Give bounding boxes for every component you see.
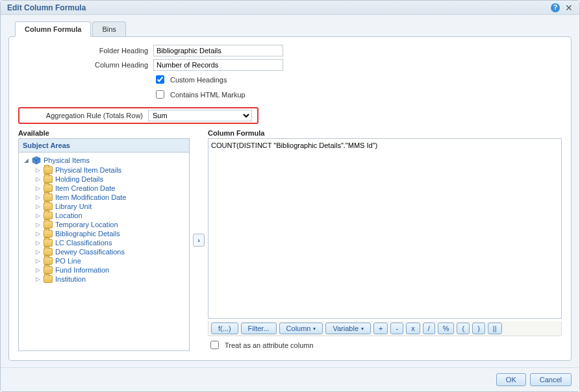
tree-label: Temporary Location: [55, 221, 118, 228]
lparen-button[interactable]: (: [457, 323, 470, 334]
ok-button[interactable]: OK: [496, 373, 526, 386]
column-button[interactable]: Column▾: [279, 323, 323, 334]
percent-button[interactable]: %: [438, 323, 455, 334]
tree-item[interactable]: ▷Library Unit: [34, 202, 188, 211]
panes: Available Subject Areas ◢ Physical Item: [18, 129, 562, 351]
tabs: Column Formula Bins: [15, 21, 572, 37]
custom-headings-checkbox[interactable]: [156, 75, 164, 84]
folder-icon: [44, 175, 53, 183]
close-icon[interactable]: ✕: [565, 3, 573, 12]
expand-icon[interactable]: ▷: [34, 221, 41, 228]
aggregation-rule-row: Aggregation Rule (Totals Row) Sum: [18, 107, 258, 124]
html-markup-label: Contains HTML Markup: [170, 91, 246, 99]
tree-root[interactable]: ◢ Physical Items: [23, 155, 188, 165]
tab-bins[interactable]: Bins: [92, 21, 125, 37]
cube-icon: [32, 156, 41, 165]
expand-icon[interactable]: ▷: [34, 230, 41, 237]
tree-item[interactable]: ▷Physical Item Details: [34, 165, 188, 175]
tree-item[interactable]: ▷Location: [34, 211, 188, 220]
tree-item[interactable]: ▷PO Line: [34, 256, 188, 265]
tree-item[interactable]: ▷Fund Information: [34, 265, 188, 275]
dialog-body: Column Formula Bins Folder Heading Colum…: [1, 15, 579, 367]
attribute-column-checkbox[interactable]: [210, 341, 219, 349]
shuttle-pane: ›: [190, 129, 208, 351]
chevron-down-icon: ▾: [361, 326, 364, 332]
folder-icon: [44, 193, 53, 201]
aggregation-rule-label: Aggregation Rule (Totals Row): [22, 112, 143, 119]
dialog-title: Edit Column Formula: [7, 3, 551, 12]
help-icon[interactable]: ?: [551, 3, 560, 12]
column-heading-label: Column Heading: [18, 61, 148, 69]
tree-item[interactable]: ▷Dewey Classifications: [34, 247, 188, 256]
subject-areas-tree[interactable]: ◢ Physical Items ▷Physical Item Details …: [18, 153, 190, 351]
tree-item[interactable]: ▷Institution: [34, 275, 188, 284]
expand-icon[interactable]: ▷: [34, 212, 41, 219]
folder-heading-input[interactable]: [153, 45, 283, 56]
attribute-column-label: Treat as an attribute column: [225, 341, 314, 349]
tree-label: Fund Information: [55, 266, 109, 274]
folder-icon: [44, 202, 53, 210]
tree-item[interactable]: ▷LC Classifications: [34, 238, 188, 247]
tab-content-column-formula: Folder Heading Column Heading Custom Hea…: [8, 36, 572, 361]
available-header: Available: [18, 129, 190, 137]
expand-icon[interactable]: ▷: [34, 203, 41, 210]
aggregation-rule-select[interactable]: Sum: [148, 110, 252, 121]
expand-icon[interactable]: ▷: [34, 276, 41, 282]
tree-label: Item Creation Date: [55, 184, 115, 192]
html-markup-checkbox[interactable]: [156, 90, 164, 99]
expand-icon[interactable]: ▷: [34, 167, 41, 173]
variable-button[interactable]: Variable▾: [325, 323, 371, 334]
expand-icon[interactable]: ▷: [34, 176, 41, 182]
tree-root-label: Physical Items: [44, 156, 90, 164]
collapse-icon[interactable]: ◢: [23, 157, 29, 164]
multiply-button[interactable]: x: [406, 323, 420, 334]
tree-item[interactable]: ▷Temporary Location: [34, 220, 188, 229]
folder-icon: [44, 166, 53, 174]
concat-button[interactable]: ||: [488, 323, 502, 334]
tree-label: Location: [55, 212, 82, 219]
rparen-button[interactable]: ): [472, 323, 485, 334]
html-markup-row[interactable]: Contains HTML Markup: [153, 88, 296, 101]
tree-label: Bibliographic Details: [55, 230, 120, 238]
edit-column-formula-dialog: Edit Column Formula ? ✕ Column Formula B…: [0, 0, 580, 392]
folder-heading-label: Folder Heading: [18, 47, 148, 55]
folder-icon: [44, 239, 53, 247]
column-formula-header: Column Formula: [208, 129, 562, 137]
tree-item[interactable]: ▷Holding Details: [34, 175, 188, 184]
minus-button[interactable]: -: [390, 323, 403, 334]
custom-headings-row[interactable]: Custom Headings: [153, 73, 296, 86]
tree-label: PO Line: [55, 257, 81, 265]
dialog-footer: OK Cancel: [1, 367, 579, 391]
expand-icon[interactable]: ▷: [34, 185, 41, 191]
formula-pane: Column Formula COUNT(DISTINCT "Bibliogra…: [208, 129, 562, 351]
chevron-right-icon: ›: [197, 236, 200, 244]
dialog-header: Edit Column Formula ? ✕: [1, 1, 579, 15]
formula-textarea[interactable]: COUNT(DISTINCT "Bibliographic Details"."…: [208, 138, 562, 319]
custom-headings-label: Custom Headings: [170, 76, 227, 84]
folder-icon: [44, 248, 53, 256]
expand-icon[interactable]: ▷: [34, 239, 41, 246]
column-heading-input[interactable]: [153, 59, 283, 71]
folder-icon: [44, 221, 53, 228]
fx-button[interactable]: f(...): [211, 323, 238, 334]
expand-icon[interactable]: ▷: [34, 267, 41, 273]
attribute-column-row[interactable]: Treat as an attribute column: [208, 339, 562, 351]
folder-icon: [44, 184, 53, 192]
chevron-down-icon: ▾: [313, 326, 316, 332]
divide-button[interactable]: /: [423, 323, 435, 334]
plus-button[interactable]: +: [373, 323, 388, 334]
folder-icon: [44, 275, 53, 283]
expand-icon[interactable]: ▷: [34, 194, 41, 201]
tree-item[interactable]: ▷Item Creation Date: [34, 184, 188, 193]
expand-icon[interactable]: ▷: [34, 258, 41, 264]
folder-icon: [44, 266, 53, 274]
tree-item[interactable]: ▷Bibliographic Details: [34, 229, 188, 238]
folder-icon: [44, 212, 53, 219]
cancel-button[interactable]: Cancel: [530, 373, 572, 386]
filter-button[interactable]: Filter...: [241, 323, 277, 334]
tree-label: Dewey Classifications: [55, 248, 125, 256]
tree-item[interactable]: ▷Item Modification Date: [34, 193, 188, 202]
expand-icon[interactable]: ▷: [34, 249, 41, 255]
tab-column-formula[interactable]: Column Formula: [15, 21, 91, 37]
insert-button[interactable]: ›: [193, 234, 205, 247]
